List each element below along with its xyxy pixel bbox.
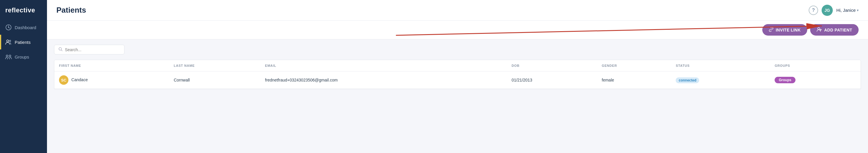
main-content: Patients ? JG Hi, Janice ▾ INVITE LINK <box>47 0 868 153</box>
greeting-text: Hi, Janice ▾ <box>836 8 859 12</box>
search-input[interactable] <box>65 47 120 52</box>
svg-point-3 <box>9 40 11 42</box>
col-dob: DOB <box>507 60 597 72</box>
content-area: FIRST NAME LAST NAME EMAIL DOB GENDER ST… <box>47 40 868 153</box>
patient-gender: female <box>597 72 671 89</box>
sidebar: reflective Dashboard <box>0 0 47 153</box>
svg-point-5 <box>9 55 11 57</box>
search-bar[interactable] <box>54 45 124 54</box>
svg-point-1 <box>8 27 9 28</box>
sidebar-dashboard-label: Dashboard <box>15 25 36 30</box>
col-email: EMAIL <box>260 60 507 72</box>
col-first-name: FIRST NAME <box>54 60 169 72</box>
page-header: Patients ? JG Hi, Janice ▾ <box>47 0 868 21</box>
patient-email: frednetfraud+03243023506@gmail.com <box>260 72 507 89</box>
svg-point-2 <box>7 40 9 42</box>
dashboard-icon <box>5 24 12 31</box>
table-header-row: FIRST NAME LAST NAME EMAIL DOB GENDER ST… <box>54 60 861 72</box>
add-patient-button[interactable]: ADD PATIENT <box>810 24 859 35</box>
sidebar-item-patients[interactable]: Patients <box>0 35 47 49</box>
patients-table: FIRST NAME LAST NAME EMAIL DOB GENDER ST… <box>54 60 861 89</box>
patient-status: connected <box>671 72 770 89</box>
col-last-name: LAST NAME <box>169 60 260 72</box>
sidebar-patients-label: Patients <box>15 40 31 45</box>
svg-point-8 <box>817 28 819 30</box>
svg-line-12 <box>61 50 63 51</box>
sidebar-item-dashboard[interactable]: Dashboard <box>0 20 47 35</box>
header-actions: ? JG Hi, Janice ▾ <box>809 5 859 16</box>
app-logo: reflective <box>0 0 47 20</box>
avatar: JG <box>822 5 833 16</box>
groups-icon <box>5 54 12 60</box>
patient-dob: 01/21/2013 <box>507 72 597 89</box>
sidebar-nav: Dashboard Patients <box>0 20 47 153</box>
patients-icon <box>5 39 12 45</box>
col-status: STATUS <box>671 60 770 72</box>
invite-link-button[interactable]: INVITE LINK <box>762 24 807 35</box>
help-button[interactable]: ? <box>809 6 818 15</box>
table-row: SC Candace Cornwall frednetfraud+0324302… <box>54 72 861 89</box>
invite-link-icon <box>769 27 773 33</box>
sidebar-item-groups[interactable]: Groups <box>0 49 47 64</box>
toolbar: INVITE LINK ADD PATIENT <box>47 21 868 40</box>
add-patient-icon <box>816 27 822 33</box>
page-title: Patients <box>56 6 804 15</box>
col-groups: GROUPS <box>770 60 861 72</box>
svg-point-4 <box>6 55 8 57</box>
patient-first-name: SC Candace <box>54 72 169 89</box>
patient-last-name: Cornwall <box>169 72 260 89</box>
sidebar-groups-label: Groups <box>15 54 29 59</box>
status-badge: connected <box>676 77 699 83</box>
chevron-down-icon[interactable]: ▾ <box>857 8 859 12</box>
col-gender: GENDER <box>597 60 671 72</box>
search-icon <box>58 47 63 52</box>
patient-groups[interactable]: Groups <box>770 72 861 89</box>
groups-button[interactable]: Groups <box>775 77 796 83</box>
patient-avatar: SC <box>59 75 68 85</box>
